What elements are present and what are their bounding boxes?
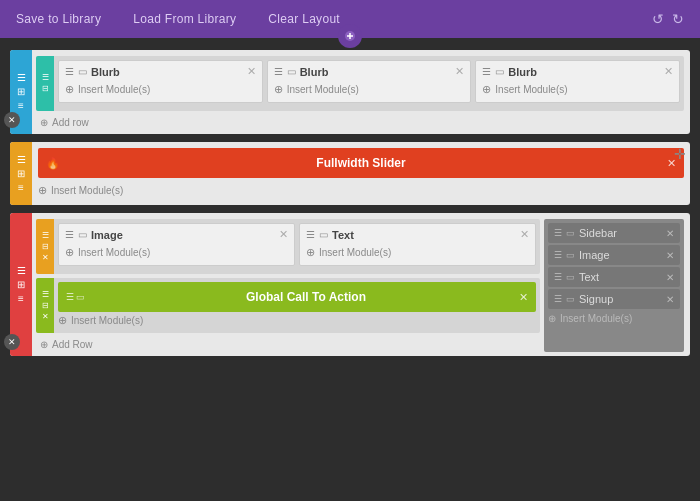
green-module-icons: ☰ ▭ <box>66 292 85 302</box>
row-3-2-icon2: ⊟ <box>42 302 49 310</box>
module-2-header: ☰ ▭ Blurb ✕ <box>274 65 465 78</box>
row-3-1-icon2: ⊟ <box>42 243 49 251</box>
module-image-title-area: ☰ ▭ Image <box>65 229 279 241</box>
module-text-title: Text <box>332 229 354 241</box>
section-2-handle[interactable]: ☰ ⊞ ≡ <box>10 142 32 205</box>
sidebar-insert-label: Insert Module(s) <box>560 313 632 324</box>
section-3: ☰ ⊞ ≡ ☰ ⊟ ✕ <box>10 213 690 356</box>
center-toolbar-icon[interactable] <box>338 24 362 48</box>
module-3-insert[interactable]: ⊕ Insert Module(s) <box>482 81 673 98</box>
toolbar-right: ↺ ↻ <box>652 11 684 27</box>
sidebar-mod-sidebar-icon1: ☰ <box>554 228 562 238</box>
section-2-insert-label: Insert Module(s) <box>51 185 123 196</box>
module-text-icon2: ▭ <box>319 229 328 240</box>
row-3-2-insert[interactable]: ⊕ Insert Module(s) <box>58 312 536 329</box>
section-2-insert[interactable]: ⊕ Insert Module(s) <box>38 182 684 199</box>
row-3-2-handle[interactable]: ☰ ⊟ ✕ <box>36 278 54 333</box>
section-3-layout: ☰ ⊟ ✕ ☰ ▭ <box>36 219 684 352</box>
module-text: ☰ ▭ Text ✕ ⊕ Insert Module(s) <box>299 223 536 266</box>
sidebar-mod-signup-icon1: ☰ <box>554 294 562 304</box>
sidebar-mod-sidebar-left: ☰ ▭ Sidebar <box>554 227 617 239</box>
module-2-icon: ☰ <box>274 66 283 77</box>
module-image-insert[interactable]: ⊕ Insert Module(s) <box>65 244 288 261</box>
row-1-handle[interactable]: ☰ ⊟ <box>36 56 54 111</box>
section-2: ☰ ⊞ ≡ 🔥 Fullwidth Slider ✕ ⊕ Insert Modu… <box>10 142 690 205</box>
module-image-title: Image <box>91 229 123 241</box>
green-icon-1: ☰ <box>66 292 74 302</box>
handle-icon-3: ≡ <box>18 101 24 111</box>
fullwidth-slider-module[interactable]: 🔥 Fullwidth Slider ✕ <box>38 148 684 178</box>
section-1-add-row[interactable]: ⊕ Add row <box>36 115 684 130</box>
handle-icon-2: ⊞ <box>17 87 25 97</box>
sidebar-mod-signup-icon2: ▭ <box>566 294 575 304</box>
insert-3-label: Insert Module(s) <box>495 84 567 95</box>
section-3-sidebar: ☰ ▭ Sidebar ✕ ☰ ▭ Image ✕ <box>544 219 684 352</box>
module-1-icon2: ▭ <box>78 66 87 77</box>
module-3-icon: ☰ <box>482 66 491 77</box>
sidebar-mod-text-close[interactable]: ✕ <box>666 272 674 283</box>
sidebar-mod-image-close[interactable]: ✕ <box>666 250 674 261</box>
section-3-add-row[interactable]: ⊕ Add Row <box>36 337 540 352</box>
add-row-1-icon: ⊕ <box>40 117 48 128</box>
module-blurb-1: ☰ ▭ Blurb ✕ ⊕ Insert Module(s) <box>58 60 263 103</box>
module-text-icon: ☰ <box>306 229 315 240</box>
section-3-handle-icon3: ≡ <box>18 294 24 304</box>
section-2-handle-icon3: ≡ <box>18 183 24 193</box>
module-1-close[interactable]: ✕ <box>247 65 256 78</box>
module-3-title-area: ☰ ▭ Blurb <box>482 66 664 78</box>
module-2-insert[interactable]: ⊕ Insert Module(s) <box>274 81 465 98</box>
sidebar-mod-sidebar-close[interactable]: ✕ <box>666 228 674 239</box>
module-text-close[interactable]: ✕ <box>520 228 529 241</box>
sidebar-mod-image-icon1: ☰ <box>554 250 562 260</box>
sidebar-mod-text-title: Text <box>579 271 599 283</box>
module-3-close[interactable]: ✕ <box>664 65 673 78</box>
section-1-close[interactable]: ✕ <box>4 112 20 128</box>
row-3-1-handle[interactable]: ☰ ⊟ ✕ <box>36 219 54 274</box>
section-2-body: 🔥 Fullwidth Slider ✕ ⊕ Insert Module(s) <box>32 142 690 205</box>
module-image-close[interactable]: ✕ <box>279 228 288 241</box>
module-image-icon: ☰ <box>65 229 74 240</box>
redo-btn[interactable]: ↻ <box>672 11 684 27</box>
sidebar-mod-signup-title: Signup <box>579 293 613 305</box>
sidebar-mod-image-left: ☰ ▭ Image <box>554 249 610 261</box>
insert-2-icon: ⊕ <box>274 83 283 96</box>
module-2-title-area: ☰ ▭ Blurb <box>274 66 456 78</box>
module-1-title-area: ☰ ▭ Blurb <box>65 66 247 78</box>
sidebar-mod-signup-close[interactable]: ✕ <box>666 294 674 305</box>
module-1-insert[interactable]: ⊕ Insert Module(s) <box>65 81 256 98</box>
section-3-close[interactable]: ✕ <box>4 334 20 350</box>
sidebar-mod-text-icon1: ☰ <box>554 272 562 282</box>
add-row-3-label: Add Row <box>52 339 93 350</box>
sidebar-mod-sidebar-title: Sidebar <box>579 227 617 239</box>
module-1-header: ☰ ▭ Blurb ✕ <box>65 65 256 78</box>
clear-layout-btn[interactable]: Clear Layout <box>268 12 340 26</box>
green-module-close[interactable]: ✕ <box>519 291 528 304</box>
module-text-insert[interactable]: ⊕ Insert Module(s) <box>306 244 529 261</box>
add-row-3-icon: ⊕ <box>40 339 48 350</box>
section-3-close-icon: ✕ <box>8 338 16 347</box>
row-3-2-icon1: ☰ <box>42 291 49 299</box>
section-2-handle-icon2: ⊞ <box>17 169 25 179</box>
insert-row-3-2-icon: ⊕ <box>58 314 67 327</box>
module-text-title-area: ☰ ▭ Text <box>306 229 520 241</box>
section-3-left: ☰ ⊟ ✕ ☰ ▭ <box>36 219 540 352</box>
fullwidth-module-icon: 🔥 <box>46 157 60 170</box>
green-icon-2: ▭ <box>76 292 85 302</box>
undo-btn[interactable]: ↺ <box>652 11 664 27</box>
row-3-2-icon3: ✕ <box>42 313 49 321</box>
module-1-icon: ☰ <box>65 66 74 77</box>
fullwidth-module-title: Fullwidth Slider <box>316 156 405 170</box>
section-3-body: ☰ ⊟ ✕ ☰ ▭ <box>32 213 690 356</box>
handle-icon-1: ☰ <box>17 73 26 83</box>
module-2-close[interactable]: ✕ <box>455 65 464 78</box>
insert-1-label: Insert Module(s) <box>78 84 150 95</box>
sidebar-mod-signup: ☰ ▭ Signup ✕ <box>548 289 680 309</box>
save-to-library-btn[interactable]: Save to Library <box>16 12 101 26</box>
sidebar-mod-image-icon2: ▭ <box>566 250 575 260</box>
insert-3-icon: ⊕ <box>482 83 491 96</box>
section-3-row-2: ☰ ⊟ ✕ ☰ ▭ Global Call To Action <box>36 278 540 333</box>
sidebar-insert[interactable]: ⊕ Insert Module(s) <box>548 311 680 326</box>
load-from-library-btn[interactable]: Load From Library <box>133 12 236 26</box>
global-cta-module[interactable]: ☰ ▭ Global Call To Action ✕ <box>58 282 536 312</box>
row-3-1-body: ☰ ▭ Image ✕ ⊕ Insert Module(s) <box>54 219 540 274</box>
